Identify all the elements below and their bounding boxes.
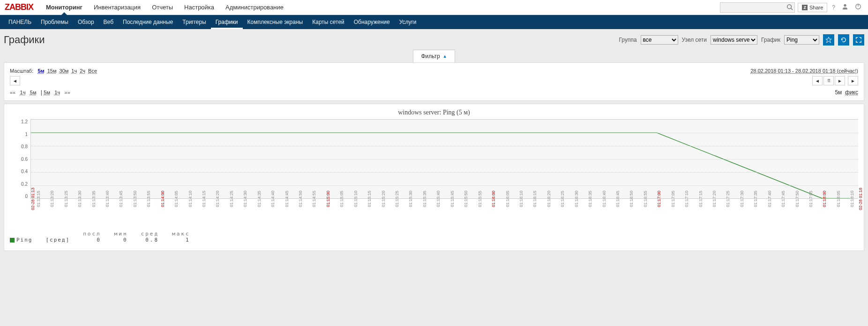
xtick: 01:14:10	[188, 190, 193, 207]
group-select[interactable]: все	[641, 35, 678, 45]
subnav-Услуги[interactable]: Услуги	[395, 15, 421, 29]
legend-stat-макс: макс1	[172, 231, 190, 243]
xtick: 01:17:20	[712, 190, 717, 207]
legend-agg: [сред]	[46, 237, 70, 243]
xtick: 01:18:10	[850, 190, 854, 207]
xtick: 01:16:05	[505, 190, 510, 207]
xtick: 01:17:10	[684, 190, 689, 207]
subnav-Графики[interactable]: Графики	[211, 15, 243, 29]
ytick: 1	[10, 132, 28, 137]
move-fix[interactable]: фикс	[845, 89, 858, 96]
xtick: 01:16:20	[546, 190, 551, 207]
xtick: 01:14:05	[174, 190, 179, 207]
xtick: 01:13:50	[133, 190, 137, 207]
move-links: «« 1ч 5м | 5м 1ч »»	[10, 89, 835, 96]
xtick: 01:15:30	[408, 190, 413, 207]
xtick: 01:14:25	[229, 190, 234, 207]
user-icon[interactable]	[840, 3, 850, 11]
topnav-Инвентаризация[interactable]: Инвентаризация	[88, 0, 146, 15]
topnav-Настройка[interactable]: Настройка	[179, 0, 220, 15]
graph-label: График	[761, 37, 780, 43]
subnav-ПАНЕЛЬ[interactable]: ПАНЕЛЬ	[4, 15, 36, 29]
xtick: 01:16:45	[615, 190, 620, 207]
search-input[interactable]	[720, 2, 795, 13]
favorite-button[interactable]	[823, 34, 834, 45]
xtick: 01:13:40	[105, 190, 110, 207]
subnav-Комплексные экраны[interactable]: Комплексные экраны	[243, 15, 308, 29]
move-last[interactable]: »»	[65, 90, 70, 95]
fullscreen-button[interactable]	[853, 34, 864, 45]
filter-bar: Группа все Узел сети windows server Граф…	[619, 34, 864, 45]
legend-stat-сред: сред0.8	[141, 231, 159, 243]
filter-tab-label: Фильтр	[421, 53, 440, 60]
scale-2ч[interactable]: 2ч	[80, 68, 85, 74]
chart-title: windows server: Ping (5 м)	[10, 109, 858, 116]
ytick: 0.6	[10, 157, 28, 162]
top-nav: МониторингИнвентаризацияОтчетыНастройкаА…	[40, 0, 720, 15]
xtick: 01:17:45	[781, 190, 786, 207]
xtick: 01:13:55	[146, 190, 151, 207]
xtick: 01:13:15	[36, 190, 41, 207]
nav-right-button[interactable]: ►	[835, 76, 845, 85]
ytick: 0.4	[10, 169, 28, 174]
scale-5м[interactable]: 5м	[37, 68, 44, 74]
refresh-button[interactable]	[838, 34, 849, 45]
plot-area[interactable]	[30, 119, 858, 199]
share-button[interactable]: Z Share	[798, 3, 827, 12]
subnav-Триггеры[interactable]: Триггеры	[178, 15, 211, 29]
search-icon[interactable]	[786, 4, 793, 12]
legend-swatch	[10, 238, 15, 243]
host-select[interactable]: windows server	[711, 35, 757, 45]
subnav-Проблемы[interactable]: Проблемы	[36, 15, 73, 29]
subnav-Веб[interactable]: Веб	[99, 15, 118, 29]
graph-select[interactable]: Ping	[784, 35, 819, 45]
prev-button[interactable]: ◄	[10, 76, 20, 85]
xtick: 01:18:05	[836, 190, 841, 207]
subnav-Карты сетей[interactable]: Карты сетей	[307, 15, 349, 29]
xtick: 01:16:35	[588, 190, 592, 207]
move-l-5m[interactable]: 5м	[30, 90, 37, 95]
scale-15м[interactable]: 15м	[47, 68, 57, 74]
xtick: 01:17:00	[657, 190, 661, 207]
nav-end-button[interactable]: ►	[848, 76, 858, 85]
move-first[interactable]: ««	[10, 90, 15, 95]
move-l-1h[interactable]: 1ч	[20, 90, 26, 95]
scale-links: 5м15м30м1ч2чВсе	[37, 68, 100, 74]
xtick: 01:17:50	[795, 190, 800, 207]
scale-30м[interactable]: 30м	[60, 68, 69, 74]
xtick: 01:13:45	[119, 190, 123, 207]
subnav-Обнаружение[interactable]: Обнаружение	[349, 15, 395, 29]
filter-toggle[interactable]: Фильтр ▲	[413, 50, 455, 62]
xtick: 01:16:55	[643, 190, 648, 207]
logo: ZABBIX	[5, 2, 33, 12]
time-range[interactable]: 28.02.2018 01:13 - 28.02.2018 01:18 (сей…	[750, 68, 858, 74]
xtick: 01:15:15	[367, 190, 372, 207]
subnav-Обзор[interactable]: Обзор	[73, 15, 99, 29]
topbar: ZABBIX МониторингИнвентаризацияОтчетыНас…	[0, 0, 868, 15]
z-icon: Z	[802, 5, 808, 10]
xtick: 01:15:05	[339, 190, 344, 207]
xtick: 01:16:10	[519, 190, 524, 207]
topnav-Отчеты[interactable]: Отчеты	[146, 0, 179, 15]
power-icon[interactable]	[853, 3, 863, 11]
subnav-Последние данные[interactable]: Последние данные	[118, 15, 178, 29]
xtick: 01:18:00	[822, 190, 827, 207]
xtick: 01:17:55	[808, 190, 813, 207]
topnav-Администрирование[interactable]: Администрирование	[220, 0, 289, 15]
xtick: 01:15:00	[326, 190, 330, 207]
topnav-Мониторинг[interactable]: Мониторинг	[40, 0, 88, 15]
scale-Все[interactable]: Все	[88, 68, 97, 74]
nav-left-button[interactable]: ◄	[812, 76, 823, 85]
xtick: 01:15:45	[450, 190, 455, 207]
move-r-1h[interactable]: 1ч	[54, 90, 60, 95]
help-icon[interactable]: ?	[830, 4, 837, 11]
xtick: 01:17:25	[726, 190, 730, 207]
scale-1ч[interactable]: 1ч	[71, 68, 77, 74]
move-r-5m[interactable]: 5м	[44, 90, 50, 95]
page-title: Графики	[4, 34, 619, 46]
xtick: 01:13:25	[64, 190, 68, 207]
xtick: 01:14:30	[243, 190, 247, 207]
xtick: 01:13:20	[50, 190, 54, 207]
nav-drag-button[interactable]: ⠿	[823, 76, 834, 85]
xtick: 01:16:25	[560, 190, 565, 207]
